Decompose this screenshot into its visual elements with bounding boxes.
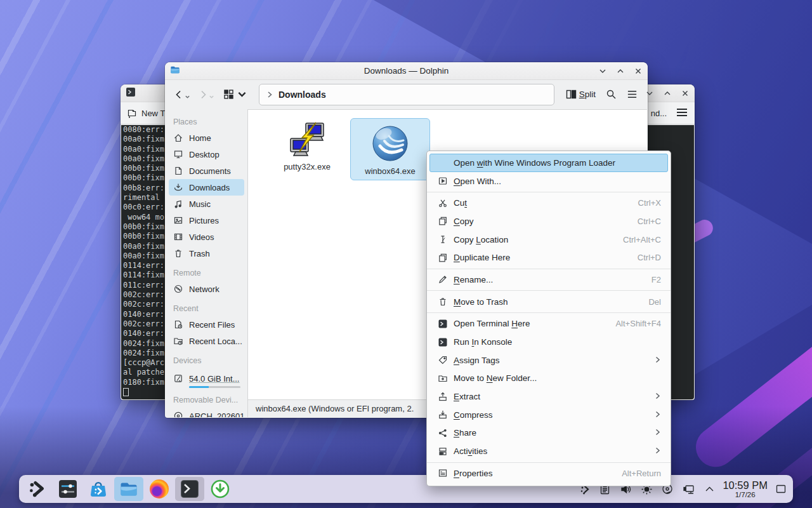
- menu-item-compress[interactable]: Compress: [429, 406, 668, 424]
- copy-location-icon: [438, 234, 448, 244]
- menu-item-share[interactable]: Share: [429, 424, 668, 443]
- menu-separator: [427, 192, 671, 192]
- menu-item-copy-location[interactable]: Copy LocationCtrl+Alt+C: [429, 231, 668, 249]
- file-winbox64[interactable]: winbox64.exe: [350, 118, 430, 180]
- new-tab-button[interactable]: New T: [127, 108, 165, 118]
- minimize-icon[interactable]: [645, 89, 654, 98]
- breadcrumb[interactable]: Downloads: [278, 90, 326, 100]
- hamburger-menu-icon: [627, 89, 638, 100]
- menu-item-duplicate-here[interactable]: Duplicate HereCtrl+D: [429, 248, 668, 267]
- clock[interactable]: 10:59 PM 1/7/26: [723, 479, 768, 499]
- view-mode-button[interactable]: [219, 86, 251, 102]
- menu-button[interactable]: [623, 86, 641, 102]
- get-new-stuff-icon: [211, 479, 230, 498]
- sidebar-item-pictures[interactable]: Pictures: [169, 212, 244, 229]
- menu-item-shortcut: Alt+Return: [622, 469, 661, 478]
- menu-item-label: Rename...: [454, 275, 493, 284]
- taskbar-get-new-stuff[interactable]: [206, 477, 235, 501]
- submenu-chevron-icon: [654, 446, 661, 456]
- menu-item-open-with[interactable]: Open With...: [429, 172, 668, 190]
- taskbar-dolphin[interactable]: [114, 477, 143, 501]
- sidebar-item-desktop[interactable]: Desktop: [169, 146, 244, 163]
- menu-item-cut[interactable]: CutCtrl+X: [429, 194, 668, 212]
- split-button[interactable]: Split: [562, 86, 599, 102]
- sidebar-item-arch-202601[interactable]: ARCH_202601: [169, 408, 244, 417]
- taskbar-system-settings[interactable]: [53, 477, 82, 501]
- split-label: Split: [579, 90, 596, 99]
- close-icon[interactable]: [681, 89, 690, 98]
- status-text: winbox64.exe (Windows or EFI program, 2.: [256, 404, 414, 413]
- menu-item-label: Compress: [454, 410, 493, 420]
- open-with-icon: [438, 176, 448, 186]
- menu-item-rename[interactable]: Rename...F2: [429, 271, 668, 289]
- recent-files-icon: [173, 319, 183, 330]
- sidebar-item-downloads[interactable]: Downloads: [169, 179, 244, 196]
- menu-item-properties[interactable]: PropertiesAlt+Return: [429, 464, 668, 483]
- menu-separator: [427, 290, 671, 291]
- search-button[interactable]: [602, 86, 620, 102]
- sidebar-item-videos[interactable]: Videos: [169, 229, 244, 245]
- dolphin-icon: [119, 479, 138, 498]
- menu-item-label: Copy Location: [454, 235, 508, 244]
- back-button[interactable]: [171, 88, 193, 101]
- sidebar-item-label: Videos: [189, 232, 214, 242]
- sidebar-item-recent-files[interactable]: Recent Files: [169, 316, 244, 333]
- rename-icon: [438, 274, 448, 284]
- close-icon[interactable]: [634, 67, 643, 76]
- sidebar-item-label: ARCH_202601: [189, 411, 244, 418]
- menu-item-label: Assign Tags: [454, 356, 500, 365]
- sidebar-item-label: Recent Loca...: [189, 337, 242, 346]
- menu-item-run-in-konsole[interactable]: Run In Konsole: [429, 333, 668, 351]
- sidebar-item-trash[interactable]: Trash: [169, 245, 244, 262]
- menu-item-extract[interactable]: Extract: [429, 387, 668, 406]
- sidebar-item-home[interactable]: Home: [169, 130, 244, 146]
- breadcrumb-chevron-icon: [266, 91, 273, 98]
- winbox-exe-icon: [370, 123, 410, 164]
- forward-button[interactable]: [195, 88, 217, 101]
- maximize-icon[interactable]: [663, 89, 672, 98]
- videos-icon: [173, 232, 183, 242]
- maximize-icon[interactable]: [616, 67, 625, 76]
- share-icon: [438, 428, 448, 438]
- menu-item-shortcut: Ctrl+Alt+C: [623, 235, 661, 244]
- menu-separator: [427, 312, 671, 313]
- file-putty32x[interactable]: putty32x.exe: [267, 114, 347, 176]
- taskbar-app-launcher[interactable]: [23, 477, 52, 501]
- taskbar-discover[interactable]: [84, 477, 113, 501]
- konsole-toolbar-truncated-label[interactable]: nd...: [651, 109, 667, 118]
- menu-item-open-with-wine-windows-program-loader[interactable]: Open with Wine Windows Program Loader: [429, 154, 668, 172]
- sidebar-item-recent-loca[interactable]: Recent Loca...: [169, 333, 244, 349]
- new-tab-icon: [127, 108, 137, 118]
- taskbar-firefox[interactable]: [145, 477, 174, 501]
- show-desktop-button[interactable]: [774, 481, 788, 497]
- dolphin-toolbar: Downloads Split: [165, 80, 648, 109]
- search-icon: [606, 89, 617, 100]
- menu-item-copy[interactable]: CopyCtrl+C: [429, 212, 668, 231]
- menu-item-open-terminal-here[interactable]: Open Terminal HereAlt+Shift+F4: [429, 315, 668, 333]
- sidebar-item-label: Pictures: [189, 216, 219, 225]
- sidebar-item-label: Documents: [189, 166, 231, 176]
- location-bar[interactable]: Downloads: [259, 84, 554, 105]
- menu-item-assign-tags[interactable]: Assign Tags: [429, 351, 668, 370]
- sidebar-item-54-0-gib-int[interactable]: 54.0 GiB Int...: [169, 368, 244, 389]
- sidebar-item-music[interactable]: Music: [169, 196, 244, 212]
- hamburger-menu-icon[interactable]: [676, 107, 688, 119]
- new-folder-icon: [438, 373, 448, 384]
- submenu-chevron-icon: [654, 392, 661, 401]
- menu-item-label: Run In Konsole: [454, 337, 512, 347]
- tray-expand-tray[interactable]: [701, 481, 717, 497]
- menu-item-move-to-trash[interactable]: Move to TrashDel: [429, 293, 668, 311]
- taskbar-konsole[interactable]: [175, 477, 204, 501]
- menu-item-label: Cut: [454, 198, 467, 208]
- tray-display[interactable]: [680, 481, 697, 497]
- menu-separator: [427, 462, 671, 463]
- terminal-cursor: [123, 388, 129, 396]
- menu-item-move-to-new-folder[interactable]: Move to New Folder...: [429, 370, 668, 388]
- no-icon: [438, 157, 448, 168]
- sidebar-item-network[interactable]: Network: [169, 281, 244, 297]
- sidebar-item-label: Downloads: [189, 183, 230, 192]
- menu-item-activities[interactable]: Activities: [429, 442, 668, 460]
- sidebar-item-documents[interactable]: Documents: [169, 163, 244, 179]
- minimize-icon[interactable]: [598, 67, 607, 76]
- dolphin-titlebar[interactable]: Downloads — Dolphin: [165, 62, 648, 80]
